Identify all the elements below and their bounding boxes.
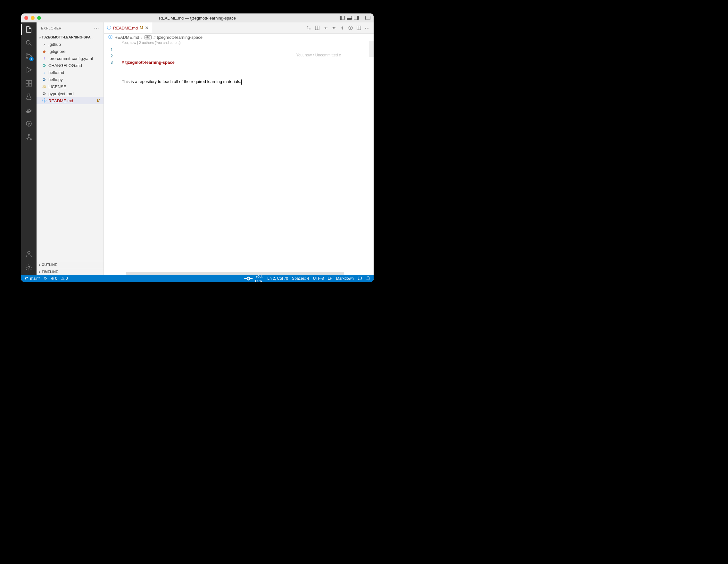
svg-point-26: [247, 277, 250, 280]
cursor-position[interactable]: Ln 2, Col 70: [268, 276, 288, 281]
code-editor[interactable]: You, now | 2 authors (You and others) 12…: [104, 41, 374, 275]
minimap[interactable]: [369, 41, 374, 57]
testing-icon[interactable]: [25, 93, 33, 101]
file-icon: !: [42, 56, 47, 61]
toggle-panel-icon[interactable]: [347, 16, 352, 20]
toggle-secondary-sidebar-icon[interactable]: [354, 16, 359, 20]
outline-section[interactable]: › OUTLINE: [37, 261, 103, 268]
explorer-icon[interactable]: [25, 26, 33, 33]
file-icon: ⟳: [42, 63, 47, 68]
tab-readme[interactable]: ⓘ README.md M ✕: [104, 22, 152, 33]
svg-rect-4: [26, 80, 29, 83]
language-mode[interactable]: Markdown: [336, 276, 354, 281]
more-actions-icon[interactable]: ⋯: [365, 25, 370, 31]
svg-point-21: [349, 26, 352, 30]
titlebar: README.md — tjzegmott-learning-space: [21, 13, 374, 22]
file-LICENSE[interactable]: ⚖LICENSE: [37, 83, 103, 90]
chevron-down-icon: ⌄: [38, 35, 42, 39]
svg-rect-6: [26, 84, 29, 86]
svg-point-20: [342, 27, 343, 29]
sync-button[interactable]: ⟳: [44, 276, 47, 281]
git-history-icon[interactable]: [340, 25, 345, 30]
search-icon[interactable]: [25, 39, 33, 47]
svg-point-16: [310, 29, 310, 29]
file-README-md[interactable]: ⓘREADME.mdM: [37, 97, 103, 104]
timeline-section[interactable]: › TIMELINE: [37, 268, 103, 275]
file--github[interactable]: ›.github: [37, 41, 103, 48]
editor-area: ⓘ README.md M ✕ ⋯ ⓘ README: [104, 22, 374, 275]
warnings-count[interactable]: ⚠ 0: [61, 276, 68, 281]
indentation[interactable]: Spaces: 4: [292, 276, 309, 281]
svg-point-13: [28, 251, 30, 254]
breadcrumb-file: README.md: [114, 35, 139, 40]
file-icon: ⓘ: [42, 98, 47, 104]
sidebar-title: EXPLORER ⋯: [37, 22, 103, 34]
file-hello-md[interactable]: ↓hello.md: [37, 69, 103, 76]
horizontal-scrollbar[interactable]: [126, 272, 344, 275]
git-commit-icon-2[interactable]: [331, 25, 336, 30]
close-window-button[interactable]: [24, 16, 28, 20]
file-label: README.md: [48, 98, 73, 103]
notifications-icon[interactable]: [366, 276, 370, 281]
file-label: LICENSE: [48, 84, 66, 89]
svg-point-14: [28, 266, 30, 268]
file-label: hello.py: [48, 77, 63, 82]
file-icon: ⚖: [42, 84, 47, 89]
file-label: pyproject.toml: [48, 91, 74, 96]
gitlens-icon[interactable]: [25, 120, 33, 128]
svg-point-18: [325, 27, 326, 29]
toggle-primary-sidebar-icon[interactable]: [340, 16, 345, 20]
eol[interactable]: LF: [328, 276, 332, 281]
scm-badge: 1: [29, 57, 34, 61]
explorer-sidebar: EXPLORER ⋯ ⌄ TJZEGMOTT-LEARNING-SPA... ›…: [37, 22, 104, 275]
open-preview-icon[interactable]: [315, 25, 320, 30]
file-CHANGELOG-md[interactable]: ⟳CHANGELOG.md: [37, 62, 103, 69]
svg-point-0: [26, 40, 30, 44]
account-icon[interactable]: [25, 250, 33, 258]
svg-point-19: [333, 27, 335, 29]
tab-bar: ⓘ README.md M ✕ ⋯: [104, 22, 374, 34]
file-label: .github: [48, 42, 61, 47]
file-tree: ›.github◆.gitignore!.pre-commit-config.y…: [37, 41, 103, 261]
chevron-right-icon: ›: [141, 35, 142, 40]
window-title: README.md — tjzegmott-learning-space: [21, 16, 374, 21]
traffic-lights: [24, 16, 41, 20]
file-icon: ↓: [42, 70, 47, 75]
chevron-right-icon: ›: [38, 270, 42, 274]
run-debug-icon[interactable]: [25, 66, 33, 74]
git-branch[interactable]: main*: [24, 276, 40, 281]
docker-icon[interactable]: [25, 106, 33, 114]
minimize-window-button[interactable]: [31, 16, 35, 20]
breadcrumb-symbol: # tjzegmott-learning-space: [153, 35, 203, 40]
compare-icon[interactable]: [306, 25, 311, 30]
file-icon: ›: [42, 42, 47, 47]
file--pre-commit-config-yaml[interactable]: !.pre-commit-config.yaml: [37, 55, 103, 62]
file--gitignore[interactable]: ◆.gitignore: [37, 48, 103, 55]
customize-layout-icon[interactable]: [365, 16, 370, 20]
editor-actions: ⋯: [306, 22, 374, 33]
sidebar-more-icon[interactable]: ⋯: [94, 25, 99, 31]
code-content: # tjzegmott-learning-space This is a rep…: [122, 46, 242, 98]
settings-gear-icon[interactable]: [25, 263, 33, 271]
close-tab-icon[interactable]: ✕: [145, 25, 149, 30]
source-control-icon[interactable]: 1: [25, 53, 33, 60]
maximize-window-button[interactable]: [37, 16, 41, 20]
errors-count[interactable]: ⊘ 0: [51, 276, 57, 281]
breadcrumb[interactable]: ⓘ README.md › abc # tjzegmott-learning-s…: [104, 34, 374, 41]
graph-icon[interactable]: [25, 133, 33, 141]
run-icon[interactable]: [348, 25, 353, 30]
feedback-icon[interactable]: [358, 276, 362, 281]
file-label: .pre-commit-config.yaml: [48, 56, 93, 61]
heading-icon: abc: [145, 35, 152, 39]
project-folder-header[interactable]: ⌄ TJZEGMOTT-LEARNING-SPA...: [37, 34, 103, 41]
encoding[interactable]: UTF-8: [313, 276, 324, 281]
git-commit-icon[interactable]: [323, 25, 328, 30]
extensions-icon[interactable]: [25, 79, 33, 87]
vscode-window: README.md — tjzegmott-learning-space 1: [21, 13, 374, 282]
file-hello-py[interactable]: ⚙hello.py: [37, 76, 103, 83]
split-editor-icon[interactable]: [356, 25, 361, 30]
svg-point-23: [25, 277, 26, 278]
file-pyproject-toml[interactable]: ⚙pyproject.toml: [37, 90, 103, 97]
codelens-annotation[interactable]: You, now | 2 authors (You and others): [122, 41, 181, 45]
info-icon: ⓘ: [108, 34, 112, 40]
